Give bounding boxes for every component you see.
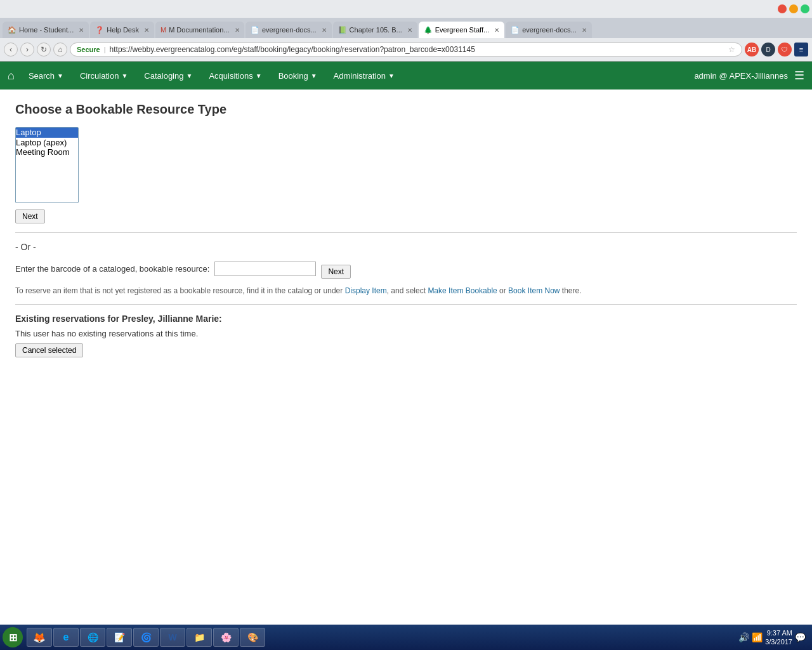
address-url: https://webby.evergreencatalog.com/eg/st…: [110, 45, 475, 54]
back-button[interactable]: ‹: [4, 43, 18, 56]
ext-privacy[interactable]: 🛡: [778, 43, 792, 56]
tab-home[interactable]: 🏠 Home - Student... ✕: [3, 22, 89, 38]
address-box[interactable]: Secure | https://webby.evergreencatalog.…: [70, 43, 742, 56]
tab-documentation[interactable]: M M Documentation... ✕: [155, 22, 244, 38]
resource-type-listbox[interactable]: Laptop Laptop (apex) Meeting Room: [15, 127, 79, 203]
reload-button[interactable]: ↻: [37, 43, 51, 56]
or-label: - Or -: [15, 242, 797, 252]
book-item-now-link[interactable]: Book Item Now: [508, 286, 560, 295]
nav-user: admin @ APEX-Jilliannes: [694, 71, 788, 81]
next-button-1[interactable]: Next: [15, 209, 45, 223]
divider-1: [15, 232, 797, 233]
browser-extensions: AB D 🛡 ≡: [745, 43, 808, 56]
booking-arrow-icon: ▼: [311, 72, 317, 79]
divider-2: [15, 304, 797, 305]
cataloging-arrow-icon: ▼: [186, 72, 192, 79]
app-navbar: ⌂ Search ▼ Circulation ▼ Cataloging ▼ Ac…: [0, 62, 812, 90]
nav-circulation[interactable]: Circulation ▼: [72, 66, 135, 86]
bookmark-icon[interactable]: ☆: [728, 45, 735, 54]
display-item-link[interactable]: Display Item: [345, 286, 387, 295]
administration-arrow-icon: ▼: [388, 72, 395, 79]
ext-abp[interactable]: AB: [745, 43, 759, 56]
browser-chrome: 🏠 Home - Student... ✕ ❓ Help Desk ✕ M M …: [0, 0, 812, 62]
tab-close-evergreen-docs-2[interactable]: ✕: [582, 27, 587, 34]
tab-close-home[interactable]: ✕: [79, 27, 84, 34]
main-content: Choose a Bookable Resource Type Laptop L…: [0, 90, 812, 370]
cancel-selected-button[interactable]: Cancel selected: [15, 343, 83, 357]
browser-addressbar: ‹ › ↻ ⌂ Secure | https://webby.evergreen…: [0, 38, 812, 61]
barcode-input[interactable]: [214, 262, 316, 276]
tab-evergreen-staff[interactable]: 🌲 Evergreen Staff... ✕: [419, 22, 504, 38]
nav-administration[interactable]: Administration ▼: [326, 66, 402, 86]
no-reservations-text: This user has no existing reservations a…: [15, 329, 797, 338]
browser-titlebar: [0, 0, 812, 18]
resource-option-meeting-room[interactable]: Meeting Room: [16, 147, 78, 157]
tab-close-documentation[interactable]: ✕: [235, 27, 240, 34]
home-button[interactable]: ⌂: [53, 43, 67, 56]
tab-close-evergreen-staff[interactable]: ✕: [494, 27, 499, 34]
tab-evergreen-docs-2[interactable]: 📄 evergreen-docs... ✕: [506, 22, 592, 38]
page-title: Choose a Bookable Resource Type: [15, 102, 797, 117]
circulation-arrow-icon: ▼: [121, 72, 128, 79]
window-maximize[interactable]: [801, 4, 809, 13]
resource-option-laptop-apex[interactable]: Laptop (apex): [16, 138, 78, 148]
next-button-2[interactable]: Next: [321, 265, 351, 279]
nav-grid-icon[interactable]: ☰: [794, 69, 804, 83]
tab-close-evergreen-docs-1[interactable]: ✕: [322, 27, 327, 34]
ext-menu[interactable]: ≡: [794, 43, 808, 56]
tab-close-helpdesk[interactable]: ✕: [144, 27, 149, 34]
search-arrow-icon: ▼: [57, 72, 63, 79]
resource-option-laptop[interactable]: Laptop: [16, 128, 78, 138]
nav-booking[interactable]: Booking ▼: [271, 66, 325, 86]
tab-chapter105[interactable]: 📗 Chapter 105. B... ✕: [333, 22, 417, 38]
make-item-bookable-link[interactable]: Make Item Bookable: [428, 286, 497, 295]
info-text: To reserve an item that is not yet regis…: [15, 286, 797, 295]
window-minimize[interactable]: [789, 4, 798, 13]
browser-tabs: 🏠 Home - Student... ✕ ❓ Help Desk ✕ M M …: [0, 18, 812, 38]
app-home-icon[interactable]: ⌂: [8, 69, 15, 83]
existing-reservations-title: Existing reservations for Presley, Jilli…: [15, 314, 797, 324]
tab-evergreen-docs-1[interactable]: 📄 evergreen-docs... ✕: [246, 22, 332, 38]
nav-search[interactable]: Search ▼: [21, 66, 71, 86]
tab-close-chapter105[interactable]: ✕: [407, 27, 412, 34]
barcode-label: Enter the barcode of a cataloged, bookab…: [15, 264, 209, 274]
barcode-row: Enter the barcode of a cataloged, bookab…: [15, 258, 797, 279]
ext-dark[interactable]: D: [761, 43, 775, 56]
tab-helpdesk[interactable]: ❓ Help Desk ✕: [90, 22, 154, 38]
acquisitions-arrow-icon: ▼: [256, 72, 262, 79]
nav-menu: Search ▼ Circulation ▼ Cataloging ▼ Acqu…: [21, 66, 695, 86]
window-close[interactable]: [778, 4, 787, 13]
nav-cataloging[interactable]: Cataloging ▼: [136, 66, 200, 86]
nav-acquisitions[interactable]: Acquisitions ▼: [201, 66, 269, 86]
forward-button[interactable]: ›: [20, 43, 34, 56]
secure-indicator: Secure: [77, 46, 100, 53]
